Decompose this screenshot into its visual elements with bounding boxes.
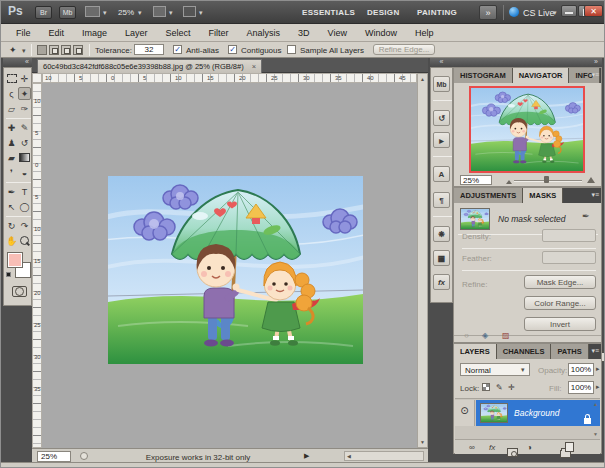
screen-mode-dropdown-icon[interactable]: ▾ [199,9,203,17]
zoom-tool[interactable] [18,234,31,247]
tab-histogram[interactable]: HISTOGRAM [454,68,513,83]
link-layers-icon[interactable]: ∞ [469,443,475,452]
cs-live-button[interactable]: CS Live [523,8,555,18]
view-extras-dropdown-icon[interactable]: ▾ [103,9,107,17]
zoom-in-icon[interactable] [587,177,595,183]
arrange-documents-icon[interactable] [153,6,166,17]
fill-field[interactable]: 100% [568,381,594,394]
menu-select[interactable]: Select [157,28,200,38]
ruler-origin-corner[interactable] [32,73,42,83]
minimize-button[interactable] [561,5,577,17]
selection-add-icon[interactable] [49,45,59,55]
lock-transparency-icon[interactable] [482,383,490,391]
panel-menu-icon[interactable]: ▾≡ [591,347,599,355]
blur-tool[interactable]: ❜ [5,166,18,179]
panel-menu-icon[interactable]: ▾≡ [591,71,599,79]
pen-tool[interactable]: ✒ [5,185,18,198]
gradient-tool[interactable] [18,151,31,164]
blend-mode-select[interactable]: Normal [460,363,530,376]
tab-masks[interactable]: MASKS [523,188,563,203]
dodge-tool[interactable]: ◒ [18,166,31,179]
actions-icon[interactable]: ▶ [433,132,450,148]
swatches-panel-icon[interactable]: ▦ [433,250,450,266]
panel-menu-icon[interactable]: ▾≡ [591,191,599,199]
cs-live-dropdown-icon[interactable]: ▾ [553,9,557,17]
apply-mask-icon[interactable]: ◈ [482,331,488,340]
layer-row-background[interactable]: Background [476,400,600,426]
3d-rotate-tool[interactable]: ↻ [5,219,18,232]
shape-tool[interactable]: ◯ [18,200,31,213]
document-image[interactable] [108,176,363,364]
spot-healing-brush-tool[interactable]: ✚ [5,121,18,134]
zoom-slider-thumb[interactable] [544,176,549,183]
workspace-overflow-button[interactable]: » [479,5,497,20]
new-layer-icon[interactable] [565,442,574,452]
tab-paths[interactable]: PATHS [551,344,588,359]
status-zoom-field[interactable]: 25% [37,451,71,462]
contiguous-checkbox[interactable]: ✓ [228,45,237,54]
selection-subtract-icon[interactable] [61,45,71,55]
history-icon[interactable]: ↺ [433,110,450,126]
tolerance-input[interactable]: 32 [134,44,164,55]
history-brush-tool[interactable]: ↺ [18,136,31,149]
opacity-field[interactable]: 100% [568,363,594,376]
path-selection-tool[interactable]: ↖ [5,200,18,213]
type-tool[interactable]: T [18,185,31,198]
crop-tool[interactable]: ▱ [5,102,18,115]
toolbar-collapse-header[interactable]: « [3,58,32,67]
screen-mode-icon[interactable] [183,6,196,17]
tab-adjustments[interactable]: ADJUSTMENTS [454,188,523,203]
magic-wand-tool[interactable]: ✦ [18,87,31,100]
tab-navigator[interactable]: NAVIGATOR [513,68,570,83]
rectangular-marquee-tool[interactable] [5,72,18,85]
menu-view[interactable]: View [319,28,356,38]
tab-close-icon[interactable]: × [252,62,256,71]
selection-new-icon[interactable] [37,45,47,55]
menu-analysis[interactable]: Analysis [238,28,290,38]
hand-tool[interactable]: ✋ [5,234,18,247]
canvas-pasteboard[interactable] [42,83,417,448]
scroll-up-icon[interactable]: ▲ [418,76,427,82]
dock-header[interactable]: » [453,58,602,67]
selection-intersect-icon[interactable] [73,45,83,55]
menu-filter[interactable]: Filter [200,28,238,38]
menu-help[interactable]: Help [406,28,443,38]
lock-pixels-icon[interactable]: ✎ [496,383,503,392]
default-colors-icon[interactable] [6,272,11,277]
active-tool-icon[interactable]: ✦ [9,45,17,55]
menu-edit[interactable]: Edit [40,28,74,38]
zoom-out-icon[interactable] [506,180,512,184]
icon-strip-header[interactable]: « [430,58,453,67]
minibridge-button[interactable]: Mb [59,6,76,19]
color-range-button[interactable]: Color Range... [524,296,596,310]
fill-spinner-icon[interactable]: ▸ [596,383,600,391]
tool-preset-dropdown-icon[interactable]: ▾ [22,47,26,55]
scroll-down-icon[interactable]: ▼ [418,439,427,445]
menu-3d[interactable]: 3D [289,28,319,38]
navigator-zoom-field[interactable]: 25% [460,175,492,185]
layer-style-icon[interactable]: fx [489,443,495,452]
tab-layers[interactable]: LAYERS [454,344,497,359]
brush-tool[interactable]: ✎ [18,121,31,134]
quick-mask-button[interactable] [12,286,27,297]
navigator-proxy-view[interactable] [469,86,585,173]
paragraph-panel-icon[interactable]: ¶ [433,192,450,208]
menu-image[interactable]: Image [73,28,116,38]
scroll-left-icon[interactable]: ◀ [347,453,351,459]
clone-stamp-tool[interactable]: ♟ [5,136,18,149]
lasso-tool[interactable]: ς [5,87,18,100]
refine-edge-button[interactable]: Refine Edge... [373,44,435,55]
add-vector-mask-icon[interactable]: ✒ [582,211,590,221]
close-button[interactable]: ✕ [584,5,603,17]
menu-layer[interactable]: Layer [116,28,157,38]
document-tab[interactable]: 60c49bd3c842fdf688c05e6e39398b88.jpg @ 2… [37,59,262,73]
bridge-button[interactable]: Br [35,6,52,19]
3d-roll-tool[interactable]: ↷ [18,219,31,232]
eyedropper-tool[interactable]: ✑ [18,102,31,115]
invert-button[interactable]: Invert [524,317,596,331]
foreground-color-swatch[interactable] [7,252,23,268]
menu-file[interactable]: File [7,28,40,38]
adjustment-layer-icon[interactable]: ◑ [527,443,532,452]
blend-mode-dropdown-icon[interactable]: ▾ [521,366,525,374]
view-extras-icon[interactable] [85,6,100,17]
